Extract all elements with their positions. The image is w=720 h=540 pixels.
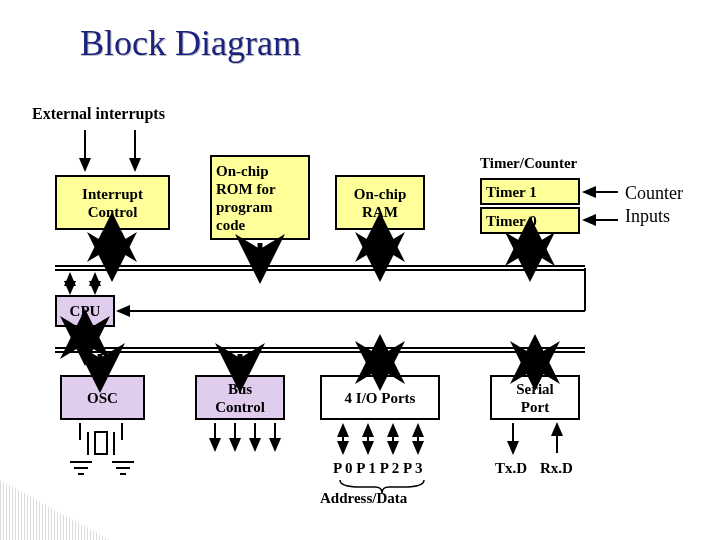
svg-rect-23: [95, 432, 107, 454]
diagram-connectors: [0, 0, 720, 540]
